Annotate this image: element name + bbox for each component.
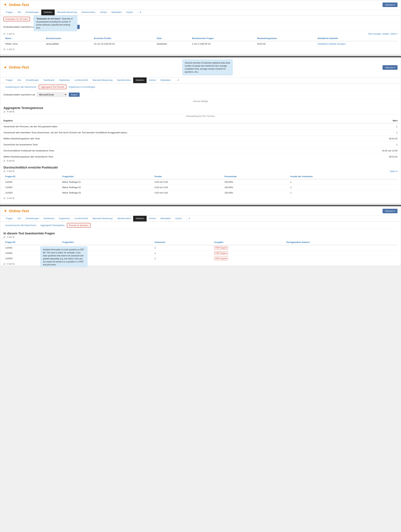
- aktionen-button[interactable]: Aktionen ▾: [382, 2, 397, 7]
- zeilen-link-2[interactable]: Zeilen ▾: [390, 170, 397, 172]
- administer-label: Administering the Test: Test Run: [4, 114, 397, 118]
- tab-fragen[interactable]: Fragen: [4, 10, 15, 15]
- tab2-einstellungen[interactable]: Einstellungen: [24, 77, 41, 83]
- subtab-evaluation[interactable]: Evaluation for All Users: [4, 17, 30, 21]
- tab3-manuelle[interactable]: Manuelle Bewertung: [90, 216, 115, 222]
- panel1-content: (1 - 1 von 1) Filter anzeigen Spalten Ze…: [0, 31, 401, 55]
- logo-star-3: ✦: [4, 209, 7, 214]
- tab2-metadaten[interactable]: Metadaten: [158, 77, 173, 83]
- tab-metadaten[interactable]: Metadaten: [109, 10, 124, 15]
- q-ausgabe-2[interactable]: PDF-Export: [212, 251, 285, 256]
- col-fragen-id: Fragen-ID: [4, 174, 61, 179]
- tab3-fragen[interactable]: Fragen: [4, 216, 15, 222]
- subtab2-alle[interactable]: Auswertung für alle NutzerInnen: [4, 85, 38, 89]
- logo-star-2: ✦: [4, 65, 7, 70]
- col-dauer: Bearbeitungsdauer: [256, 36, 316, 41]
- q-ausgabe-3[interactable]: PDF-Export: [212, 256, 285, 261]
- cell-note: bestanden: [155, 41, 190, 46]
- export-select-2[interactable]: Microsoft Excel: [37, 92, 67, 97]
- list-item: Gesamtzahl der Personen, die den Test ge…: [0, 123, 401, 130]
- subtab3-results-by-question[interactable]: Results by Question: [67, 223, 90, 228]
- subtab3-aggregierte[interactable]: Aggregierte Testergebnis: [39, 223, 66, 227]
- subtab2-aggregated[interactable]: Aggregated Test Results: [39, 85, 66, 89]
- stat-row-3-value: 00:01:02: [342, 136, 401, 142]
- tab3-more[interactable]: ... ▾: [184, 216, 192, 222]
- tab3-info[interactable]: Info: [15, 216, 24, 222]
- cell-points: 15 von 15 (100.00 %): [92, 41, 155, 46]
- avg-heading: Durchschnittlich erreichte Punktezahl: [0, 163, 401, 170]
- tab3-einstellungen[interactable]: Einstellungen: [24, 216, 41, 222]
- filter-link[interactable]: Filter anzeigen: [368, 33, 381, 35]
- tab-more[interactable]: ... ▾: [135, 10, 143, 15]
- tab-verlauf[interactable]: Verlauf: [98, 10, 109, 15]
- tab2-manuelle[interactable]: Manuelle Bewertung: [90, 77, 115, 83]
- tab-statistics[interactable]: Statistics: [41, 10, 55, 15]
- tab3-dashboard[interactable]: Dashboard: [41, 216, 57, 222]
- col-fragentitel: Fragentitel ↑: [61, 174, 153, 179]
- subtab3-alle[interactable]: Auswertung für alle NutzerInnen: [4, 223, 38, 227]
- stat-row-2-label: Gesamtzahl aller beendeten Tests (Nutzer…: [0, 130, 342, 136]
- questions-heading: In diesem Test beantwortete Fragen: [4, 232, 397, 236]
- stats-col-ergebnis: Ergebnis: [0, 118, 342, 123]
- tab2-verlauf[interactable]: Verlauf: [146, 77, 158, 83]
- tab-einstellungen[interactable]: Einstellungen: [24, 10, 41, 15]
- questions-table-container: Detailed information on each question as…: [4, 240, 397, 266]
- results-count-bottom: (1 - 1 von 1): [4, 46, 397, 51]
- tab-info[interactable]: Info: [15, 10, 24, 15]
- panel2-nav: Fragen Info Einstellungen Dashboard Erge…: [0, 77, 401, 83]
- col-anzahl: Anzahl der Antworten: [289, 174, 397, 179]
- tab2-lernfortschritt[interactable]: Lernfortschritt: [72, 77, 90, 83]
- subtab2-einzelfragen[interactable]: Ergebnisse zu Einzelfragen: [67, 85, 97, 89]
- q-ausgabe-1[interactable]: PDF-Export: [212, 245, 285, 251]
- stat-row-4-label: Gesamtzahl der bestandenen Tests: [0, 142, 342, 148]
- list-item: Mittlere Bearbeitungsdauer aller bestand…: [0, 154, 401, 160]
- tab3-metadaten[interactable]: Metadaten: [158, 216, 173, 222]
- tab2-ergebnisse[interactable]: Ergebnisse: [57, 77, 72, 83]
- spalten-link[interactable]: Spalten: [382, 33, 389, 35]
- cell-username: [anna.pfeifer]: [45, 41, 92, 46]
- tooltip-pdf-export: Detailed information on each question as…: [40, 246, 87, 267]
- q-dateien-2: [285, 251, 397, 256]
- evaluation-table: Name ↑ Benutzername Erreichte Punkte Not…: [4, 36, 397, 46]
- export-label-2: Evaluationsdaten exportieren als: [4, 93, 35, 96]
- general-settings-label: General Settings: [0, 99, 401, 104]
- panel1-header: ✦ Online-Test Aktionen ▾: [0, 0, 401, 10]
- panel3-nav: Fragen Info Einstellungen Dashboard Erge…: [0, 216, 401, 222]
- col-benutzername: Benutzername: [45, 36, 92, 41]
- aktionen-button-3[interactable]: Aktionen ▾: [382, 209, 397, 213]
- tab2-fragen[interactable]: Fragen: [4, 77, 15, 83]
- qcol-antworten: Antworten: [153, 240, 212, 245]
- cell-duration: 00:01:02: [256, 41, 316, 46]
- tab3-nachkorrektur[interactable]: Nachkorrektur: [115, 216, 133, 222]
- pt-title-1: Meine Testfrage 01: [61, 179, 153, 185]
- pt-id-1: 110301: [4, 179, 61, 185]
- cell-detail-link[interactable]: Detaillierte Statistik anzeigen: [316, 41, 397, 46]
- qcol-title: Fragentitel ↑: [61, 240, 153, 245]
- tab2-statistics[interactable]: Statistics: [133, 77, 146, 83]
- pt-title-3: Meine Testfrage 03: [61, 190, 153, 196]
- tab3-statistics[interactable]: Statistics: [133, 216, 146, 222]
- pt-id-2: 110302: [4, 185, 61, 190]
- export-button-2[interactable]: Export: [69, 93, 80, 97]
- tab3-export[interactable]: Export: [173, 216, 184, 222]
- tab-export[interactable]: Export: [124, 10, 135, 15]
- tab2-nachkorrektur[interactable]: Nachkorrektur: [115, 77, 133, 83]
- q-dateien-3: Here you can download uploaded files fro…: [285, 256, 397, 261]
- stat-row-5-value: 15.00 von 15.00: [342, 148, 401, 154]
- tab2-info[interactable]: Info: [15, 77, 24, 83]
- tab-manuelle[interactable]: Manuelle Bewertung: [55, 10, 79, 15]
- points-table-wrapper: Fragen-ID Fragentitel ↑ Punkte Prozentsa…: [0, 174, 401, 203]
- list-item: Durchschnittliche Punktezahl der bestand…: [0, 148, 401, 154]
- tab3-lernfortschritt[interactable]: Lernfortschritt: [72, 216, 90, 222]
- panel2-subtabs: Auswertung für alle NutzerInnen Aggregat…: [0, 83, 401, 91]
- tab2-more[interactable]: ... ▾: [173, 77, 181, 83]
- tab3-ergebnisse[interactable]: Ergebnisse: [57, 216, 72, 222]
- tab3-verlauf[interactable]: Verlauf: [146, 216, 158, 222]
- tab2-dashboard[interactable]: Dashboard: [41, 77, 57, 83]
- panel-evaluation: ✦ Online-Test Aktionen ▾ Fragen Info Ein…: [0, 0, 401, 55]
- zeilen-link[interactable]: Zeilen ▾: [390, 33, 397, 35]
- aktionen-button-2[interactable]: Aktionen ▾: [382, 65, 397, 70]
- list-item: Mittlere Bearbeitungsdauer aller Tests 0…: [0, 136, 401, 142]
- tab-nachkorrektur[interactable]: Nachkorrektur: [79, 10, 98, 15]
- stat-row-2-value: 1: [342, 130, 401, 136]
